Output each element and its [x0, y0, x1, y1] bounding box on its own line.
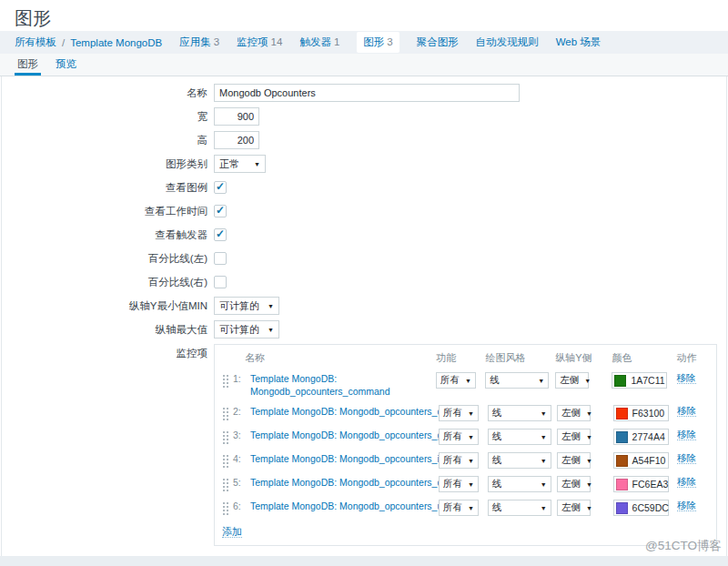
show-legend-checkbox[interactable] — [214, 181, 227, 194]
show-triggers-label: 查看触发器 — [16, 226, 207, 244]
item-link[interactable]: Template MongoDB: Mongodb_opcounters_que… — [250, 476, 461, 489]
chevron-down-icon: ▼ — [468, 410, 474, 417]
item-function-value: 所有 — [440, 374, 460, 387]
chevron-down-icon: ▼ — [268, 327, 274, 333]
item-color-input[interactable]: 2774A4 — [613, 429, 669, 445]
item-link[interactable]: Template MongoDB: Mongodb_opcounters_del… — [250, 405, 463, 418]
graph-type-label: 图形类别 — [16, 155, 207, 173]
chevron-down-icon: ▼ — [541, 505, 547, 511]
tab-graph[interactable]: 图形 — [15, 53, 41, 76]
breadcrumb-all-templates-link[interactable]: 所有模板 — [15, 35, 56, 49]
column-header-draw-style: 绘图风格 — [485, 351, 555, 365]
item-remove-link[interactable]: 移除 — [677, 405, 696, 417]
item-color-input[interactable]: 1A7C11 — [612, 372, 667, 389]
item-link[interactable]: Template MongoDB: Mongodb_opcounters_com… — [250, 372, 403, 398]
item-draw-style-select[interactable]: 线 ▼ — [488, 476, 551, 492]
item-remove-link[interactable]: 移除 — [677, 429, 696, 440]
item-number: 4: — [233, 452, 247, 465]
item-y-side-select[interactable]: 左侧 ▼ — [557, 405, 591, 421]
item-remove-link[interactable]: 移除 — [677, 500, 696, 511]
column-header-y-axis-side: 纵轴Y侧 — [555, 351, 612, 365]
show-working-time-checkbox[interactable] — [214, 205, 227, 217]
breadcrumb-template-link[interactable]: Template MongoDB — [70, 37, 162, 48]
item-color-input[interactable]: A54F10 — [613, 452, 669, 469]
chevron-down-icon: ▼ — [586, 481, 592, 488]
percentile-right-checkbox[interactable] — [214, 276, 227, 288]
item-remove-link[interactable]: 移除 — [677, 452, 696, 464]
column-header-name: 名称 — [222, 351, 436, 365]
item-y-side-select[interactable]: 左侧 ▼ — [555, 372, 589, 389]
page-footer-strip — [0, 556, 728, 566]
y-min-label: 纵轴Y最小值MIN — [16, 297, 207, 315]
nav-item-graphs[interactable]: 图形3 — [357, 32, 399, 53]
chevron-down-icon: ▼ — [268, 303, 274, 309]
item-draw-style-select[interactable]: 线 ▼ — [485, 372, 549, 389]
show-triggers-checkbox[interactable] — [214, 228, 227, 241]
item-link[interactable]: Template MongoDB: Mongodb_opcounters_ins… — [250, 452, 460, 465]
tab-preview[interactable]: 预览 — [53, 53, 79, 76]
item-color-input[interactable]: FC6EA3 — [613, 476, 669, 492]
item-color-input[interactable]: F63100 — [613, 405, 669, 421]
nav-item-items[interactable]: 监控项14 — [237, 35, 282, 49]
graph-type-value: 正常 — [219, 157, 239, 171]
form-row-height: 高 — [16, 131, 712, 149]
height-input[interactable] — [214, 131, 259, 149]
item-y-side-select[interactable]: 左侧 ▼ — [557, 452, 591, 469]
color-hex: FC6EA3 — [632, 479, 669, 490]
item-style-value: 线 — [492, 478, 502, 490]
form-row-percentile-right: 百分比线(右) — [16, 273, 712, 291]
item-y-side-select[interactable]: 左侧 ▼ — [557, 500, 591, 516]
name-input[interactable] — [214, 84, 520, 102]
graph-form: 名称 宽 高 图形类别 正常 ▼ 查看图例 查看工作时间 查看触发器 百分比线(… — [1, 76, 727, 559]
chevron-down-icon: ▼ — [468, 505, 474, 511]
add-item-link[interactable]: 添加 — [222, 526, 242, 538]
drag-handle[interactable] — [222, 407, 228, 420]
percentile-left-checkbox[interactable] — [214, 252, 227, 265]
item-row: 2: Template MongoDB: Mongodb_opcounters_… — [222, 405, 713, 421]
nav-item-applications[interactable]: 应用集3 — [179, 35, 219, 49]
items-rows: 1: Template MongoDB: Mongodb_opcounters_… — [222, 372, 713, 516]
drag-handle[interactable] — [222, 501, 228, 515]
y-min-select[interactable]: 可计算的 ▼ — [214, 297, 279, 315]
graph-type-select[interactable]: 正常 ▼ — [214, 155, 266, 173]
item-remove-link[interactable]: 移除 — [677, 372, 696, 384]
breadcrumb-separator: / — [62, 37, 65, 48]
drag-handle[interactable] — [222, 430, 228, 444]
tab-bar: 图形 预览 — [0, 54, 728, 76]
item-function-select[interactable]: 所有 ▼ — [439, 405, 479, 421]
nav-item-triggers[interactable]: 触发器1 — [299, 35, 339, 49]
nav-item-discovery-rules[interactable]: 自动发现规则 — [476, 35, 539, 49]
drag-handle[interactable] — [222, 374, 228, 388]
item-function-select[interactable]: 所有 ▼ — [439, 476, 479, 492]
item-style-value: 线 — [492, 454, 502, 467]
item-function-select[interactable]: 所有 ▼ — [436, 372, 476, 389]
width-input[interactable] — [214, 107, 259, 126]
item-color-input[interactable]: 6C59DC — [613, 500, 669, 516]
form-row-show-working-time: 查看工作时间 — [16, 202, 712, 220]
item-function-select[interactable]: 所有 ▼ — [439, 429, 479, 445]
item-remove-link[interactable]: 移除 — [677, 476, 696, 488]
item-draw-style-select[interactable]: 线 ▼ — [488, 429, 551, 445]
item-function-select[interactable]: 所有 ▼ — [439, 452, 479, 469]
item-function-value: 所有 — [443, 454, 462, 467]
form-row-y-min: 纵轴Y最小值MIN 可计算的 ▼ — [16, 297, 712, 315]
drag-handle[interactable] — [222, 454, 228, 468]
item-function-select[interactable]: 所有 ▼ — [439, 500, 479, 516]
item-side-value: 左侧 — [561, 501, 581, 514]
chevron-down-icon: ▼ — [586, 458, 592, 464]
item-draw-style-select[interactable]: 线 ▼ — [488, 405, 551, 421]
y-max-select[interactable]: 可计算的 ▼ — [214, 320, 279, 339]
item-y-side-select[interactable]: 左侧 ▼ — [557, 476, 591, 492]
nav-item-web-scenarios[interactable]: Web 场景 — [556, 35, 602, 49]
item-link[interactable]: Template MongoDB: Mongodb_opcounters_upd… — [250, 500, 467, 512]
height-label: 高 — [16, 131, 207, 149]
column-header-action: 动作 — [677, 351, 713, 365]
item-y-side-select[interactable]: 左侧 ▼ — [557, 429, 591, 445]
nav-item-screens[interactable]: 聚合图形 — [417, 35, 459, 49]
item-row: 1: Template MongoDB: Mongodb_opcounters_… — [222, 372, 713, 398]
item-draw-style-select[interactable]: 线 ▼ — [488, 452, 551, 469]
chevron-down-icon: ▼ — [468, 434, 474, 440]
drag-handle[interactable] — [222, 478, 228, 491]
y-min-value: 可计算的 — [219, 299, 259, 313]
item-draw-style-select[interactable]: 线 ▼ — [488, 500, 551, 516]
